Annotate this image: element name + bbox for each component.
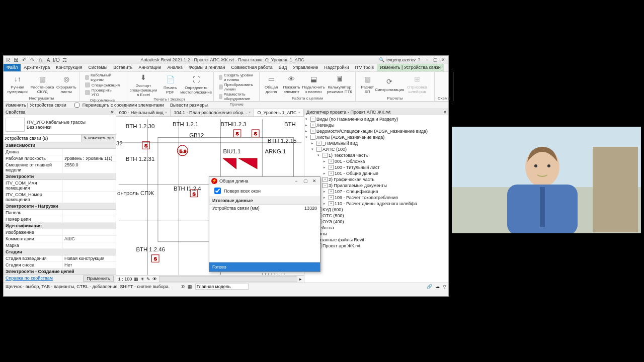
cable-journal-button[interactable]: Кабельный журнал — [85, 73, 120, 82]
qat-print-icon[interactable]: ⎙ — [37, 56, 44, 63]
prop-value[interactable] — [62, 210, 116, 216]
horizontal-scrollbar[interactable] — [159, 276, 297, 282]
tree-node[interactable]: +110 - Расчет длины адресного шлейфа — [305, 201, 447, 207]
tree-node[interactable]: +109 - Расчет токопотребления — [305, 195, 447, 201]
specification-button[interactable]: Спецификация — [85, 82, 120, 87]
tab-modify[interactable]: Изменить | Устройства связи — [377, 64, 444, 71]
tab-architecture[interactable]: Архитектура — [21, 64, 53, 71]
expand-icon[interactable]: + — [316, 141, 321, 146]
prop-value[interactable]: Нет — [62, 262, 116, 268]
qat-dimension-icon[interactable]: I/O — [53, 56, 60, 63]
view-tab-0[interactable]: 000 - Начальный вид× — [116, 109, 171, 116]
app-icon[interactable]: R — [5, 56, 12, 63]
tab-close-icon[interactable]: × — [249, 109, 251, 116]
browser-tree[interactable]: −Виды (по Назначению вида и Разделу)+Лег… — [304, 115, 448, 250]
tab-itvtools[interactable]: ITV Tools — [352, 64, 377, 71]
view-tab-2[interactable]: О_Уровень 1_АПС× — [254, 109, 304, 116]
prop-value[interactable] — [62, 180, 116, 191]
tree-node[interactable]: +100 - Титульный лист — [305, 164, 447, 170]
close-icon[interactable]: ✕ — [440, 56, 447, 63]
tab-massing[interactable]: Формы и генплан — [186, 64, 228, 71]
tree-node[interactable]: +Легенды — [305, 122, 447, 128]
expand-icon[interactable]: + — [329, 201, 334, 206]
view-tab-1[interactable]: 104.1 - План расположения обор...× — [171, 109, 254, 116]
prop-row[interactable]: ITV_COM_Имя помещения — [4, 180, 116, 192]
tab-systems[interactable]: Системы — [86, 64, 111, 71]
tree-node[interactable]: +ОУЭ (400) — [305, 219, 447, 225]
prop-value[interactable]: Уровень : Уровень 1(1) — [62, 155, 116, 161]
expand-icon[interactable]: + — [329, 189, 334, 194]
tab-insert[interactable]: Вставить — [110, 64, 135, 71]
tab-close-icon[interactable]: × — [165, 109, 168, 116]
skud-placement-button[interactable]: ▦Расстановка СКУД — [31, 73, 53, 95]
tree-node[interactable]: +Ведомости/Спецификации (ADSK_назначение… — [305, 128, 447, 134]
status-icon[interactable]: 🔗 — [427, 284, 432, 289]
bp-calc-button[interactable]: ▤Расчет БП — [359, 73, 376, 95]
minimize-icon[interactable]: − — [424, 56, 431, 63]
expand-icon[interactable]: + — [310, 123, 315, 128]
export-excel-button[interactable]: ⬇Экспорт спецификации в Excel — [128, 72, 158, 97]
vcb-icon[interactable]: ▸ — [299, 277, 302, 282]
type-selector[interactable] — [4, 135, 81, 142]
check-ugo-button[interactable]: Проверить УГО — [85, 88, 120, 97]
edit-type-button[interactable]: ✎ Изменить тип — [81, 135, 116, 142]
qat-more-icon[interactable]: ☶ — [61, 56, 68, 63]
prop-row[interactable]: Номер цепи — [4, 216, 116, 223]
expand-icon[interactable]: − — [323, 183, 328, 188]
tab-analyze[interactable]: Анализ — [164, 64, 185, 71]
qat-save-icon[interactable]: 🖫 — [13, 56, 20, 63]
connect-panel-button[interactable]: ⬓Подключить к панели — [303, 73, 324, 95]
properties-help-link[interactable]: Справка по свойствам — [6, 276, 53, 282]
draw-loops-button[interactable]: ⊞Отрисовка шлейфов — [403, 73, 431, 95]
tree-node[interactable]: −Виды (по Назначению вида и Разделу) — [305, 116, 447, 122]
expand-icon[interactable]: + — [329, 165, 334, 170]
place-equipment-button[interactable]: Разместить оборудование — [219, 92, 254, 101]
tree-node[interactable]: +2) Графическая часть — [305, 176, 447, 183]
show-element-button[interactable]: 👁Показать элемент — [283, 73, 300, 95]
qat-redo-icon[interactable]: ↷ — [29, 56, 36, 63]
prop-row[interactable]: Смещение от главной модели2550.0 — [4, 162, 116, 173]
total-length-button[interactable]: ▭Общая длина — [263, 73, 280, 95]
tree-node[interactable]: +КУД (600) — [305, 207, 447, 213]
qat-undo-icon[interactable]: ↶ — [21, 56, 28, 63]
prop-row[interactable]: Марка — [4, 242, 116, 249]
prop-row[interactable]: Длина — [4, 149, 116, 155]
expand-icon[interactable]: + — [329, 159, 334, 164]
prop-value[interactable] — [62, 242, 116, 248]
properties-close-icon[interactable]: × — [111, 110, 114, 115]
tree-node[interactable]: +001 - Обложка — [305, 158, 447, 164]
prop-row[interactable]: ITV_COM_Номер помещения — [4, 192, 116, 203]
move-with-neighbors-checkbox[interactable] — [74, 103, 79, 108]
locate-button[interactable]: ⛶Определить местоположение — [182, 74, 210, 95]
apply-button[interactable]: Применить — [83, 276, 114, 282]
tab-file[interactable]: Файл — [4, 64, 21, 71]
prop-row[interactable]: Изображение — [4, 229, 116, 236]
expand-icon[interactable]: + — [323, 177, 328, 182]
workset-icon[interactable]: ▦ — [188, 284, 192, 289]
tree-node[interactable]: −АУПС (100) — [305, 146, 447, 152]
prop-value[interactable]: Новая конструкция — [62, 255, 116, 261]
manual-numbering-button[interactable]: ↓↑Ручная нумерация — [7, 73, 28, 95]
browser-close-icon[interactable]: × — [444, 110, 446, 115]
search-icon[interactable]: 🔍 — [377, 57, 386, 62]
expand-icon[interactable]: − — [310, 117, 315, 122]
prop-row[interactable]: КомментарииАШС — [4, 236, 116, 242]
expand-icon[interactable]: − — [323, 153, 328, 158]
prop-row[interactable]: Стадия возведенияНовая конструкция — [4, 255, 116, 262]
status-filter-icon[interactable]: ▽ — [443, 284, 446, 289]
tree-node[interactable]: −вязанные файлы Revit — [305, 237, 447, 243]
maximize-icon[interactable]: ▢ — [432, 56, 439, 63]
prop-value[interactable]: АШС — [62, 236, 116, 242]
prop-value[interactable]: 2550.0 — [62, 162, 116, 173]
prop-row[interactable]: Стадия сносаНет — [4, 262, 116, 268]
dialog-maximize-icon[interactable]: ▢ — [302, 178, 309, 184]
vcb-icon[interactable]: 👁 — [152, 277, 157, 282]
dialog-minimize-icon[interactable]: − — [293, 178, 300, 184]
tree-node[interactable]: +ОТС (500) — [305, 213, 447, 219]
tab-close-icon[interactable]: × — [298, 109, 300, 116]
print-pdf-button[interactable]: 📄Печать PDF — [162, 74, 179, 95]
tree-node[interactable]: +уппы — [305, 231, 447, 237]
tree-node[interactable]: +107 - Спецификация — [305, 189, 447, 195]
tab-structure[interactable]: Конструкция — [53, 64, 85, 71]
filter-field[interactable] — [195, 284, 249, 290]
